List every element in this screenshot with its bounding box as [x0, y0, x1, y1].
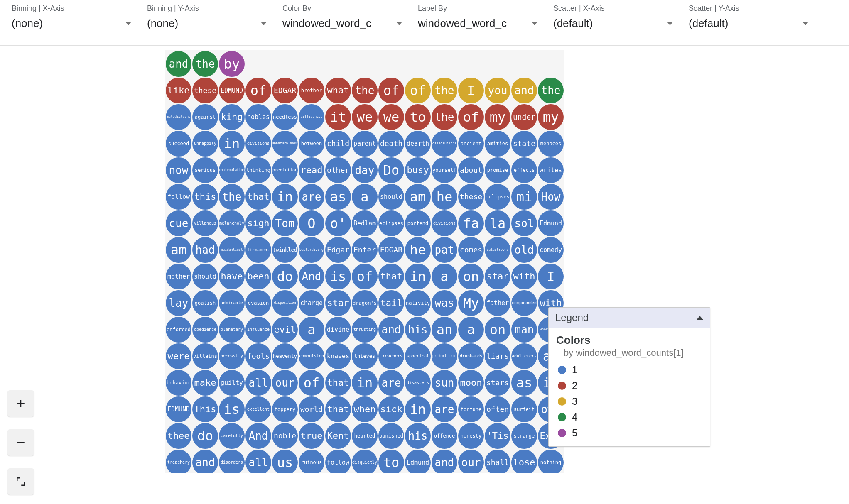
data-dot[interactable]: Kent: [325, 423, 351, 449]
data-dot[interactable]: his: [405, 317, 431, 343]
data-dot[interactable]: thieves: [352, 343, 378, 369]
data-dot[interactable]: in: [352, 370, 378, 396]
dropdown-value-row[interactable]: windowed_word_c: [418, 15, 538, 34]
data-dot[interactable]: of: [405, 78, 431, 103]
data-dot[interactable]: behavior: [166, 370, 191, 396]
data-dot[interactable]: now: [166, 157, 191, 183]
data-dot[interactable]: hearted: [352, 423, 378, 449]
data-dot[interactable]: is: [325, 264, 351, 289]
data-dot[interactable]: these: [458, 184, 484, 210]
data-dot[interactable]: dissolutions: [432, 131, 457, 157]
data-dot[interactable]: against: [192, 104, 218, 130]
data-dot[interactable]: ruinous: [299, 450, 324, 473]
data-dot[interactable]: needless: [272, 104, 298, 130]
data-dot[interactable]: unnaturalness: [272, 131, 298, 157]
data-dot[interactable]: And: [299, 264, 324, 289]
data-dot[interactable]: villanous: [192, 210, 218, 236]
data-dot[interactable]: follow: [166, 184, 191, 210]
data-dot[interactable]: by: [219, 51, 245, 77]
data-dot[interactable]: writes: [538, 157, 564, 183]
data-dot[interactable]: How: [538, 184, 564, 210]
data-dot[interactable]: and: [166, 51, 191, 77]
data-dot[interactable]: sick: [378, 396, 404, 422]
data-dot[interactable]: dragon's: [352, 290, 378, 316]
data-dot[interactable]: of: [378, 78, 404, 103]
data-dot[interactable]: it: [325, 104, 351, 130]
data-dot[interactable]: the: [192, 51, 218, 77]
data-dot[interactable]: star: [325, 290, 351, 316]
data-dot[interactable]: shall: [485, 450, 510, 473]
data-dot[interactable]: succeed: [166, 131, 191, 157]
data-dot[interactable]: eclipses: [378, 210, 404, 236]
data-dot[interactable]: adulterers: [511, 343, 537, 369]
data-dot[interactable]: are: [378, 370, 404, 396]
data-dot[interactable]: to: [405, 104, 431, 130]
data-dot[interactable]: Enter: [352, 237, 378, 263]
data-dot[interactable]: surfeit: [511, 396, 537, 422]
data-dot[interactable]: villains: [192, 343, 218, 369]
data-dot[interactable]: the: [432, 78, 457, 103]
dropdown-value-row[interactable]: windowed_word_c: [282, 15, 403, 34]
data-dot[interactable]: my: [485, 104, 510, 130]
data-dot[interactable]: the: [219, 184, 245, 210]
data-dot[interactable]: obedience: [192, 317, 218, 343]
data-dot[interactable]: treachery: [166, 450, 191, 473]
data-dot[interactable]: in: [219, 131, 245, 157]
data-dot[interactable]: sol: [511, 210, 537, 236]
data-dot[interactable]: all: [245, 370, 271, 396]
scatter-y-dropdown[interactable]: Scatter | Y-Axis (default): [689, 4, 809, 34]
data-dot[interactable]: nothing: [538, 450, 564, 473]
data-dot[interactable]: foppery: [272, 396, 298, 422]
data-dot[interactable]: contemplation: [219, 157, 245, 183]
data-dot[interactable]: the: [432, 104, 457, 130]
data-dot[interactable]: am: [166, 237, 191, 263]
data-dot[interactable]: compounded: [511, 290, 537, 316]
data-dot[interactable]: day: [352, 157, 378, 183]
data-dot[interactable]: about: [458, 157, 484, 183]
data-dot[interactable]: lose: [511, 450, 537, 473]
data-dot[interactable]: firmament: [245, 237, 271, 263]
data-dot[interactable]: make: [192, 370, 218, 396]
data-dot[interactable]: menaces: [538, 131, 564, 157]
data-dot[interactable]: that: [325, 396, 351, 422]
data-dot[interactable]: charge: [299, 290, 324, 316]
data-dot[interactable]: his: [405, 423, 431, 449]
data-dot[interactable]: do: [192, 423, 218, 449]
binning-x-dropdown[interactable]: Binning | X-Axis (none): [12, 4, 132, 34]
data-dot[interactable]: bastardizing: [299, 237, 324, 263]
data-dot[interactable]: like: [166, 78, 191, 103]
color-by-dropdown[interactable]: Color By windowed_word_c: [282, 4, 403, 34]
data-dot[interactable]: of: [299, 370, 324, 396]
data-dot[interactable]: an: [432, 317, 457, 343]
data-dot[interactable]: EDMUND: [219, 78, 245, 103]
data-dot[interactable]: I: [538, 264, 564, 289]
data-dot[interactable]: divisions: [432, 210, 457, 236]
data-dot[interactable]: promise: [485, 157, 510, 183]
scatter-x-dropdown[interactable]: Scatter | X-Axis (default): [553, 4, 674, 34]
data-dot[interactable]: death: [378, 131, 404, 157]
data-dot[interactable]: cue: [166, 210, 191, 236]
data-dot[interactable]: EDGAR: [272, 78, 298, 103]
data-dot[interactable]: unhappily: [192, 131, 218, 157]
dropdown-value-row[interactable]: (none): [147, 15, 267, 34]
data-dot[interactable]: dearth: [405, 131, 431, 157]
data-dot[interactable]: maidenliest: [219, 237, 245, 263]
data-dot[interactable]: that: [245, 184, 271, 210]
data-dot[interactable]: all: [245, 450, 271, 473]
data-dot[interactable]: a: [432, 264, 457, 289]
data-dot[interactable]: should: [378, 184, 404, 210]
data-dot[interactable]: divine: [325, 317, 351, 343]
data-dot[interactable]: melancholy: [219, 210, 245, 236]
data-dot[interactable]: ancient: [458, 131, 484, 157]
dropdown-value-row[interactable]: (default): [553, 15, 674, 34]
data-dot[interactable]: Edgar: [325, 237, 351, 263]
data-dot[interactable]: nativity: [405, 290, 431, 316]
data-dot[interactable]: am: [405, 184, 431, 210]
data-dot[interactable]: goatish: [192, 290, 218, 316]
data-dot[interactable]: treachers: [378, 343, 404, 369]
data-dot[interactable]: maledictions: [166, 104, 191, 130]
legend-item[interactable]: 3: [558, 396, 702, 407]
legend-item[interactable]: 2: [558, 380, 702, 391]
data-dot[interactable]: our: [458, 450, 484, 473]
data-dot[interactable]: us: [272, 450, 298, 473]
